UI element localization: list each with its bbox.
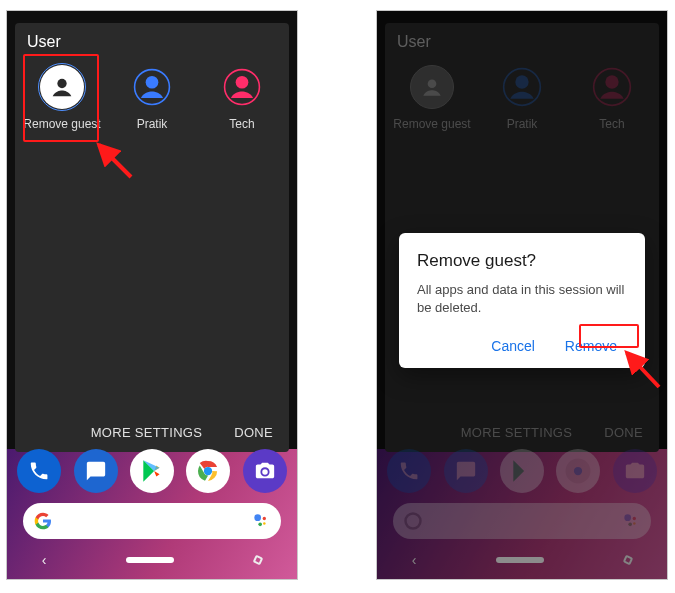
nav-home-button[interactable] — [126, 557, 174, 563]
chrome-icon — [193, 456, 223, 486]
google-search-bar[interactable] — [23, 503, 281, 539]
person-icon — [223, 67, 261, 107]
svg-line-27 — [627, 353, 659, 387]
svg-point-13 — [258, 523, 262, 527]
phone-screen-left: User Remove guest — [6, 10, 298, 580]
panel-actions: MORE SETTINGS DONE — [91, 425, 273, 440]
play-store-icon — [139, 458, 165, 484]
svg-point-5 — [236, 76, 249, 89]
phone-screen-right: User Remove guest Pratik — [376, 10, 668, 580]
assistant-icon[interactable] — [251, 511, 271, 531]
nav-back-button[interactable]: ‹ — [42, 552, 47, 568]
play-store-app-icon[interactable] — [130, 449, 174, 493]
annotation-arrow — [617, 345, 667, 395]
dialog-body: All apps and data in this session will b… — [417, 281, 627, 316]
phone-icon — [28, 460, 50, 482]
annotation-arrow — [89, 135, 139, 185]
svg-point-11 — [263, 517, 266, 520]
dialog-title: Remove guest? — [417, 251, 627, 271]
camera-icon — [254, 460, 276, 482]
user-pratik[interactable]: Pratik — [110, 65, 194, 131]
messages-app-icon[interactable] — [74, 449, 118, 493]
annotation-highlight-guest — [23, 54, 99, 142]
phone-app-icon[interactable] — [17, 449, 61, 493]
svg-line-14 — [99, 145, 131, 177]
messages-icon — [85, 460, 107, 482]
svg-point-9 — [262, 469, 268, 475]
done-button[interactable]: DONE — [234, 425, 273, 440]
chrome-app-icon[interactable] — [186, 449, 230, 493]
more-settings-button[interactable]: MORE SETTINGS — [91, 425, 203, 440]
user-tech[interactable]: Tech — [200, 65, 284, 131]
user-label: Tech — [200, 117, 284, 131]
app-dock — [7, 445, 297, 497]
nav-rotate-button[interactable] — [253, 555, 264, 566]
user-label: Pratik — [110, 117, 194, 131]
cancel-button[interactable]: Cancel — [481, 332, 545, 360]
camera-app-icon[interactable] — [243, 449, 287, 493]
svg-point-10 — [254, 514, 261, 521]
svg-point-3 — [146, 76, 159, 89]
svg-point-12 — [263, 522, 266, 525]
google-logo-icon — [33, 511, 53, 531]
nav-bar: ‹ — [7, 549, 297, 571]
person-icon — [133, 67, 171, 107]
